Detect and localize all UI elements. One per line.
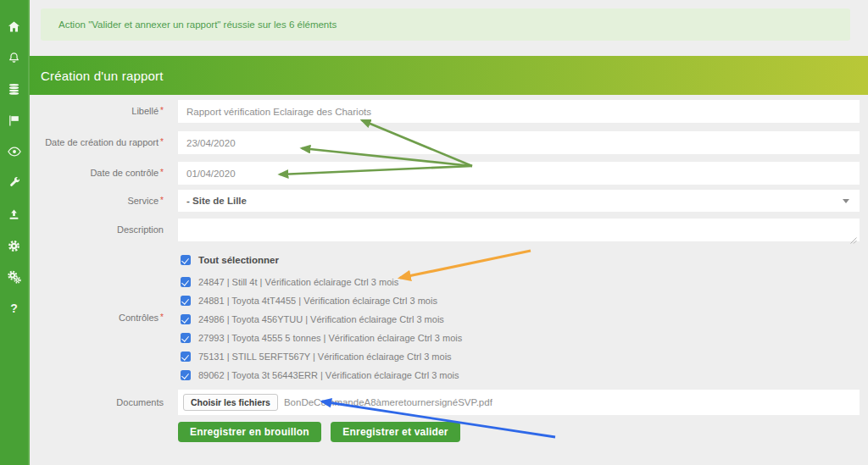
help-glyph: ?: [10, 302, 18, 315]
libelle-input[interactable]: [178, 100, 860, 123]
documents-label: Documents: [30, 390, 178, 407]
resize-handle-icon[interactable]: [849, 232, 857, 240]
success-alert-text: Action "Valider et annexer un rapport" r…: [58, 19, 337, 30]
service-select[interactable]: - Site de Lille: [178, 190, 860, 212]
service-label: Service*: [30, 190, 178, 206]
help-icon[interactable]: ?: [5, 299, 24, 318]
select-all-checkbox-row[interactable]: Tout sélectionner: [178, 251, 860, 269]
selected-filename: BonDeCommandeA8àmeretournersignéSVP.pdf: [284, 397, 492, 407]
controle-checkbox[interactable]: [181, 370, 191, 380]
save-draft-button[interactable]: Enregistrer en brouillon: [178, 422, 321, 442]
field-row-documents: Documents Choisir les fichiers BonDeComm…: [30, 390, 868, 415]
database-icon[interactable]: [5, 80, 24, 98]
save-validate-button[interactable]: Enregistrer et valider: [331, 422, 459, 442]
main-content: Action "Valider et annexer un rapport" r…: [30, 0, 868, 465]
field-row-date-creation: Date de création du rapport*: [30, 131, 868, 154]
controles-label: Contrôles*: [30, 313, 178, 323]
controle-checkbox-row[interactable]: 89062 | Toyota 3t 56443ERR | Vérificatio…: [178, 366, 860, 385]
required-asterisk: *: [160, 313, 164, 322]
description-label: Description: [30, 219, 178, 235]
actions-row: Enregistrer en brouillon Enregistrer et …: [30, 422, 868, 442]
required-asterisk: *: [160, 196, 164, 205]
required-asterisk: *: [160, 168, 164, 177]
controle-label: 27993 | Toyota 4555 5 tonnes | Vérificat…: [198, 333, 462, 343]
controle-checkbox[interactable]: [181, 314, 191, 324]
date-creation-input[interactable]: [178, 131, 860, 154]
controle-label: 89062 | Toyota 3t 56443ERR | Vérificatio…: [198, 370, 459, 380]
required-asterisk: *: [160, 106, 164, 115]
field-row-service: Service* - Site de Lille: [30, 190, 868, 212]
select-all-checkbox[interactable]: [181, 255, 191, 265]
home-icon[interactable]: [5, 17, 24, 36]
controle-label: 24881 | Toyota 4tT4455 | Vérification éc…: [198, 296, 437, 306]
controle-label: 24847 | Still 4t | Vérification éclairag…: [198, 277, 398, 287]
controle-checkbox-row[interactable]: 27993 | Toyota 4555 5 tonnes | Vérificat…: [178, 329, 860, 347]
controle-checkbox[interactable]: [181, 352, 191, 362]
required-asterisk: *: [160, 137, 164, 147]
select-all-label: Tout sélectionner: [198, 255, 279, 265]
wrench-icon[interactable]: [5, 174, 24, 192]
sidebar: ?: [0, 0, 30, 465]
field-row-libelle: Libellé*: [30, 100, 868, 123]
field-row-description: Description: [30, 219, 868, 241]
description-textarea[interactable]: [178, 219, 860, 241]
controle-checkbox-row[interactable]: 24986 | Toyota 456YTUU | Vérification éc…: [178, 310, 860, 329]
controle-checkbox-row[interactable]: 24847 | Still 4t | Vérification éclairag…: [178, 273, 860, 291]
date-creation-label: Date de création du rapport*: [30, 131, 178, 147]
eye-icon[interactable]: [5, 142, 24, 161]
controle-checkbox-row[interactable]: 75131 | STILL 5ERFT567Y | Vérification é…: [178, 347, 860, 366]
service-selected-value: - Site de Lille: [186, 196, 247, 206]
chevron-down-icon: [843, 199, 849, 203]
upload-icon[interactable]: [5, 205, 24, 224]
field-row-date-controle: Date de contrôle*: [30, 162, 868, 185]
choose-files-button[interactable]: Choisir les fichiers: [183, 394, 278, 411]
controle-label: 24986 | Toyota 456YTUU | Vérification éc…: [198, 314, 444, 324]
report-form: Libellé* Date de création du rapport* Da…: [30, 95, 868, 442]
controle-checkbox-row[interactable]: 24881 | Toyota 4tT4455 | Vérification éc…: [178, 291, 860, 310]
libelle-label: Libellé*: [30, 100, 178, 116]
file-input[interactable]: Choisir les fichiers BonDeCommandeA8àmer…: [178, 390, 860, 415]
gear-icon[interactable]: [5, 236, 24, 255]
bell-icon[interactable]: [5, 48, 24, 67]
gears-icon[interactable]: [5, 268, 24, 286]
page-title: Création d'un rapport: [30, 69, 164, 83]
controle-checkbox[interactable]: [181, 296, 191, 306]
controle-checkbox[interactable]: [181, 333, 191, 343]
flag-icon[interactable]: [5, 111, 24, 130]
page-header: Création d'un rapport: [30, 56, 868, 95]
controle-checkbox[interactable]: [181, 277, 191, 287]
date-controle-label: Date de contrôle*: [30, 162, 178, 178]
success-alert: Action "Valider et annexer un rapport" r…: [41, 8, 850, 41]
controle-label: 75131 | STILL 5ERFT567Y | Vérification é…: [198, 352, 452, 362]
field-row-controles: Contrôles* Tout sélectionner 24847 | Sti…: [30, 251, 868, 385]
date-controle-input[interactable]: [178, 162, 860, 185]
